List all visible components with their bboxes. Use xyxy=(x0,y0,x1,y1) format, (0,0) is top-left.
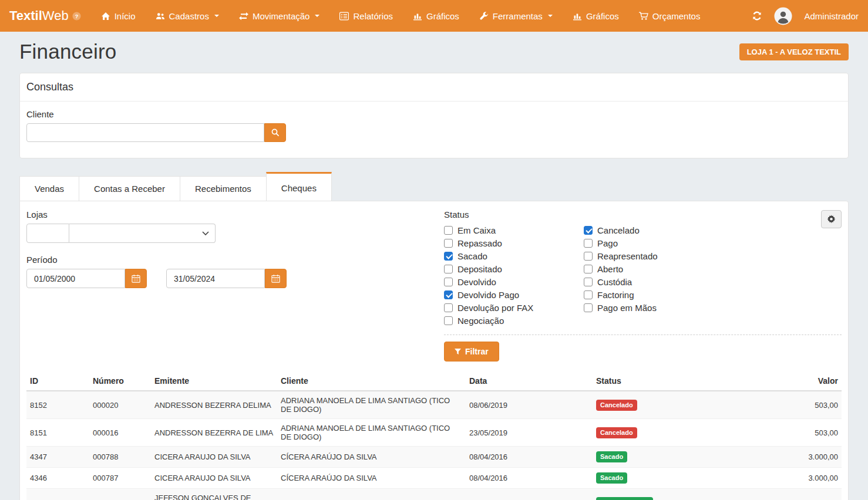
nav-label: Ferramentas xyxy=(493,11,543,21)
checkbox-sacado[interactable]: Sacado xyxy=(444,249,584,262)
cliente-search-input[interactable] xyxy=(26,123,264,142)
nav-item-inicio[interactable]: Início xyxy=(101,11,136,21)
tab-strip: Vendas Contas a Receber Recebimentos Che… xyxy=(19,172,849,201)
date-to-calendar-button[interactable] xyxy=(265,269,287,288)
nav-label: Relatórios xyxy=(353,11,393,21)
table-row[interactable]: 4346 000787 CICERA ARAUJO DA SILVA CÍCER… xyxy=(26,468,842,489)
settings-button[interactable] xyxy=(821,210,842,228)
tab-recebimentos[interactable]: Recebimentos xyxy=(180,176,267,201)
filtrar-label: Filtrar xyxy=(465,347,489,356)
dashed-divider xyxy=(444,335,842,335)
financeiro-panel-wrap: Vendas Contas a Receber Recebimentos Che… xyxy=(19,172,849,500)
checkbox-pago-em-maos[interactable]: Pago em Mãos xyxy=(584,301,842,314)
users-icon xyxy=(156,12,165,21)
avatar[interactable] xyxy=(774,7,792,25)
cell-id: 3502 xyxy=(26,489,89,500)
nav-item-ferramentas[interactable]: Ferramentas xyxy=(479,11,553,21)
cheques-panel-body: Lojas Período xyxy=(20,201,848,500)
checkbox-devolvido-pago[interactable]: Devolvido Pago xyxy=(444,288,584,301)
store-badge[interactable]: LOJA 1 - A VELOZ TEXTIL xyxy=(739,43,849,60)
lojas-code-input[interactable] xyxy=(26,224,69,243)
nav-item-graficos-1[interactable]: Gráficos xyxy=(413,11,459,21)
col-header-numero: Número xyxy=(89,371,151,391)
checkbox-em-caixa[interactable]: Em Caixa xyxy=(444,224,584,237)
nav-item-orcamentos[interactable]: Orçamentos xyxy=(639,11,701,21)
refresh-icon[interactable] xyxy=(752,11,762,21)
checkbox-box xyxy=(444,226,453,235)
checkbox-custodia[interactable]: Custódia xyxy=(584,275,842,288)
brand-logo[interactable]: TextilWeb ? xyxy=(9,8,81,23)
cell-emitente: CICERA ARAUJO DA SILVA xyxy=(151,447,277,468)
checkbox-pago[interactable]: Pago xyxy=(584,237,842,249)
cliente-search-button[interactable] xyxy=(264,123,286,142)
nav-item-movimentacao[interactable]: Movimentação xyxy=(239,11,320,21)
nav-item-cadastros[interactable]: Cadastros xyxy=(156,11,219,21)
checkbox-aberto[interactable]: Aberto xyxy=(584,262,842,275)
calendar-icon xyxy=(132,274,140,283)
cell-id: 8152 xyxy=(26,391,89,419)
col-header-emitente: Emitente xyxy=(151,371,277,391)
date-from-input[interactable] xyxy=(26,269,125,288)
checkbox-reapresentado[interactable]: Reapresentado xyxy=(584,249,842,262)
table-row[interactable]: 4347 000788 CICERA ARAUJO DA SILVA CÍCER… xyxy=(26,447,842,468)
tab-vendas[interactable]: Vendas xyxy=(19,176,79,201)
status-label: Status xyxy=(444,210,842,219)
cell-id: 4347 xyxy=(26,447,89,468)
lojas-label: Lojas xyxy=(26,210,444,219)
cell-status: Devolvido Pago xyxy=(593,489,751,500)
page-title: Financeiro xyxy=(19,40,116,63)
cell-cliente: ADRIANA MANOELA DE LIMA SANTIAGO (TICO D… xyxy=(277,391,466,419)
checkbox-cancelado[interactable]: Cancelado xyxy=(584,224,842,237)
checkbox-label: Devolvido Pago xyxy=(457,290,519,300)
cell-status: Sacado xyxy=(593,468,751,489)
tab-cheques[interactable]: Cheques xyxy=(266,172,332,201)
checkbox-factoring[interactable]: Factoring xyxy=(584,288,842,301)
cliente-search-group xyxy=(26,123,286,142)
search-icon xyxy=(271,129,280,137)
col-header-cliente: Cliente xyxy=(277,371,466,391)
lojas-select[interactable] xyxy=(69,224,216,243)
cell-cliente: CÍCERA ARAÚJO DA SILVA xyxy=(277,468,466,489)
table-row[interactable]: 8152 000020 ANDRESSON BEZERRA DELIMA ADR… xyxy=(26,391,842,419)
date-to-group xyxy=(166,269,287,288)
date-from-calendar-button[interactable] xyxy=(125,269,147,288)
checkbox-box xyxy=(444,252,453,261)
consultas-body: Cliente xyxy=(20,102,848,158)
tab-contas-a-receber[interactable]: Contas a Receber xyxy=(79,176,180,201)
gear-icon xyxy=(827,215,836,224)
page-head: Financeiro LOJA 1 - A VELOZ TEXTIL xyxy=(0,32,868,73)
filtrar-button[interactable]: Filtrar xyxy=(444,342,499,362)
status-grid: Em Caixa Repassado Sacado Depositado Dev… xyxy=(444,224,842,327)
checkbox-repassado[interactable]: Repassado xyxy=(444,237,584,249)
table-row[interactable]: 8151 000016 ANDRESSON BEZERRA DE LIMA AD… xyxy=(26,419,842,447)
cell-cliente: ADRIANA MANOELA DE LIMA SANTIAGO (TICO D… xyxy=(277,419,466,447)
date-to-input[interactable] xyxy=(166,269,265,288)
nav-item-graficos-2[interactable]: Gráficos xyxy=(573,11,619,21)
checkbox-depositado[interactable]: Depositado xyxy=(444,262,584,275)
nav-label: Gráficos xyxy=(426,11,459,21)
question-circle-icon[interactable]: ? xyxy=(72,12,81,21)
navbar-right: Administrador xyxy=(752,7,859,25)
nav-item-relatorios[interactable]: Relatórios xyxy=(339,11,393,21)
user-name[interactable]: Administrador xyxy=(804,11,859,21)
checkbox-box xyxy=(584,265,593,273)
consultas-card: Consultas Cliente xyxy=(19,73,849,158)
checkbox-box xyxy=(444,303,453,312)
checkbox-label: Depositado xyxy=(457,264,502,274)
date-from-group xyxy=(26,269,147,288)
checkbox-devolvido[interactable]: Devolvido xyxy=(444,275,584,288)
tab-label: Vendas xyxy=(35,184,64,194)
filters-row: Lojas Período xyxy=(26,210,842,362)
brand-light: Web xyxy=(42,8,69,23)
chevron-down-icon xyxy=(315,15,319,17)
cell-numero: 800070 xyxy=(89,489,151,500)
checkbox-negociacao[interactable]: Negociação xyxy=(444,314,584,327)
checkbox-label: Repassado xyxy=(457,238,502,248)
lojas-row xyxy=(26,224,444,243)
checkbox-devolucao-por-fax[interactable]: Devolução por FAX xyxy=(444,301,584,314)
checkbox-box xyxy=(584,303,593,312)
table-row[interactable]: 3502 800070 JEFFSON GONÇALVES DE SOUZA J… xyxy=(26,489,842,500)
status-badge: Devolvido Pago xyxy=(596,497,653,500)
home-icon xyxy=(101,12,110,21)
cell-valor: 3.000,00 xyxy=(751,447,842,468)
